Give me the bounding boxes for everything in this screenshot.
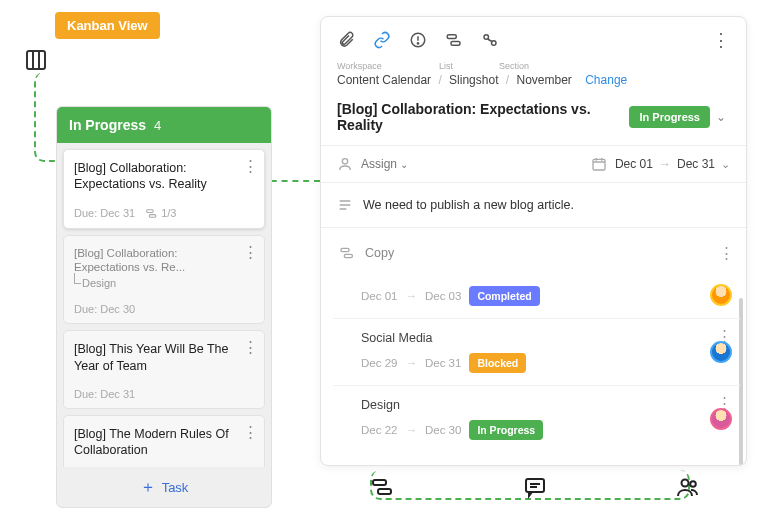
- kanban-column-in-progress: In Progress 4 ⋮ [Blog] Collaboration: Ex…: [56, 106, 272, 508]
- svg-rect-24: [526, 479, 544, 492]
- callout-icons: [370, 475, 700, 499]
- avatar[interactable]: [710, 408, 732, 430]
- people-icon: [676, 475, 700, 499]
- task-card[interactable]: ⋮ [Blog] The Modern Rules Of Collaborati…: [63, 415, 265, 467]
- dependency-icon[interactable]: [481, 31, 499, 49]
- card-more-icon[interactable]: ⋮: [242, 424, 258, 439]
- card-due: Due: Dec 31: [74, 388, 135, 400]
- svg-point-7: [417, 43, 418, 44]
- add-task-button[interactable]: ＋ Task: [57, 467, 271, 507]
- arrow-right-icon: →: [405, 357, 417, 369]
- date-range-picker[interactable]: Dec 01 → Dec 31 ⌄: [615, 157, 730, 171]
- column-title: In Progress: [69, 117, 146, 133]
- column-body: ⋮ [Blog] Collaboration: Expectations vs.…: [57, 143, 271, 467]
- subtask-end: Dec 30: [425, 424, 461, 436]
- task-card[interactable]: ⋮ [Blog] This Year Will Be The Year of T…: [63, 330, 265, 409]
- date-end: Dec 31: [677, 157, 715, 171]
- task-card[interactable]: ⋮ [Blog] Collaboration: Expectations vs.…: [63, 149, 265, 229]
- subtask-title: Social Media: [361, 331, 734, 345]
- subtask-icon[interactable]: [445, 31, 463, 49]
- column-count: 4: [154, 118, 161, 133]
- breadcrumb-label-workspace: Workspace: [337, 61, 439, 71]
- svg-rect-8: [447, 35, 456, 39]
- subtasks-header-label: Copy: [365, 246, 394, 260]
- svg-rect-20: [341, 248, 349, 251]
- breadcrumb-change-link[interactable]: Change: [585, 73, 627, 87]
- svg-point-27: [682, 480, 689, 487]
- comment-icon: [523, 475, 547, 499]
- svg-point-28: [690, 481, 696, 487]
- subtask-item[interactable]: Dec 01 → Dec 03 Completed: [333, 272, 740, 318]
- card-title: [Blog] Collaboration: Expectations vs. R…: [74, 160, 256, 193]
- subtask-item[interactable]: ⋮ Social Media Dec 29 → Dec 31 Blocked: [333, 318, 740, 385]
- chevron-down-icon: ⌄: [712, 106, 730, 128]
- status-dropdown[interactable]: In Progress ⌄: [629, 106, 730, 128]
- card-title: [Blog] Collaboration: Expectations vs. R…: [74, 246, 256, 276]
- assign-button[interactable]: Assign⌄: [361, 157, 408, 171]
- subtask-end: Dec 31: [425, 357, 461, 369]
- link-icon[interactable]: [373, 31, 391, 49]
- task-detail-panel: ⋮ Workspace List Section Content Calenda…: [320, 16, 747, 466]
- description-row[interactable]: We need to publish a new blog article.: [321, 182, 746, 227]
- date-start: Dec 01: [615, 157, 653, 171]
- subtask-start: Dec 29: [361, 357, 397, 369]
- task-card[interactable]: ⋮ [Blog] Collaboration: Expectations vs.…: [63, 235, 265, 325]
- card-title: [Blog] The Modern Rules Of Collaboration: [74, 426, 256, 459]
- subtask-end: Dec 03: [425, 290, 461, 302]
- add-task-label: Task: [162, 480, 189, 495]
- svg-rect-23: [378, 489, 391, 494]
- subtasks-section: Copy ⋮ Dec 01 → Dec 03 Completed ⋮ Socia…: [321, 227, 746, 465]
- card-more-icon[interactable]: ⋮: [242, 244, 258, 259]
- subtask-start: Dec 22: [361, 424, 397, 436]
- breadcrumb-section[interactable]: November: [517, 73, 572, 87]
- plus-icon: ＋: [140, 479, 156, 495]
- svg-rect-9: [451, 42, 460, 46]
- subtask-status-pill: In Progress: [469, 420, 543, 440]
- arrow-right-icon: →: [405, 290, 417, 302]
- breadcrumb-label-list: List: [439, 61, 499, 71]
- subtask-icon: [339, 245, 355, 261]
- subtask-icon: [370, 475, 394, 499]
- breadcrumb: Workspace List Section Content Calendar …: [321, 61, 746, 97]
- svg-point-12: [342, 159, 347, 164]
- card-more-icon[interactable]: ⋮: [242, 339, 258, 354]
- svg-rect-22: [373, 480, 386, 485]
- detail-more-icon[interactable]: ⋮: [712, 29, 730, 51]
- svg-rect-13: [593, 159, 605, 170]
- avatar[interactable]: [710, 284, 732, 306]
- subtask-status-pill: Blocked: [469, 353, 526, 373]
- kanban-view-tag: Kanban View: [55, 12, 160, 39]
- task-title[interactable]: [Blog] Collaboration: Expectations vs. R…: [337, 101, 621, 133]
- card-due: Due: Dec 31: [74, 207, 135, 219]
- priority-icon[interactable]: [409, 31, 427, 49]
- breadcrumb-workspace[interactable]: Content Calendar: [337, 73, 431, 87]
- kanban-columns-icon: [24, 48, 48, 72]
- subtask-start: Dec 01: [361, 290, 397, 302]
- attachment-icon[interactable]: [337, 31, 355, 49]
- description-text: We need to publish a new blog article.: [363, 198, 574, 212]
- person-icon: [337, 156, 353, 172]
- column-header[interactable]: In Progress 4: [57, 107, 271, 143]
- arrow-right-icon: →: [405, 424, 417, 436]
- svg-rect-4: [149, 214, 156, 217]
- calendar-icon: [591, 156, 607, 172]
- card-due: Due: Dec 30: [74, 303, 135, 315]
- detail-toolbar: ⋮: [321, 17, 746, 61]
- subtask-more-icon[interactable]: ⋮: [719, 244, 734, 262]
- description-icon: [337, 197, 353, 213]
- card-title: [Blog] This Year Will Be The Year of Tea…: [74, 341, 256, 374]
- breadcrumb-list[interactable]: Slingshot: [449, 73, 498, 87]
- arrow-right-icon: →: [659, 157, 671, 171]
- svg-rect-21: [344, 254, 352, 257]
- avatar[interactable]: [710, 341, 732, 363]
- card-subtitle: Design: [74, 277, 256, 289]
- breadcrumb-label-section: Section: [499, 61, 529, 71]
- subtask-status-pill: Completed: [469, 286, 539, 306]
- subtask-item[interactable]: ⋮ Design Dec 22 → Dec 30 In Progress: [333, 385, 740, 452]
- svg-rect-0: [27, 51, 45, 69]
- status-label: In Progress: [639, 111, 700, 123]
- card-more-icon[interactable]: ⋮: [242, 158, 258, 173]
- subtask-indicator: 1/3: [145, 207, 176, 220]
- svg-rect-3: [147, 209, 154, 212]
- subtask-title: Design: [361, 398, 734, 412]
